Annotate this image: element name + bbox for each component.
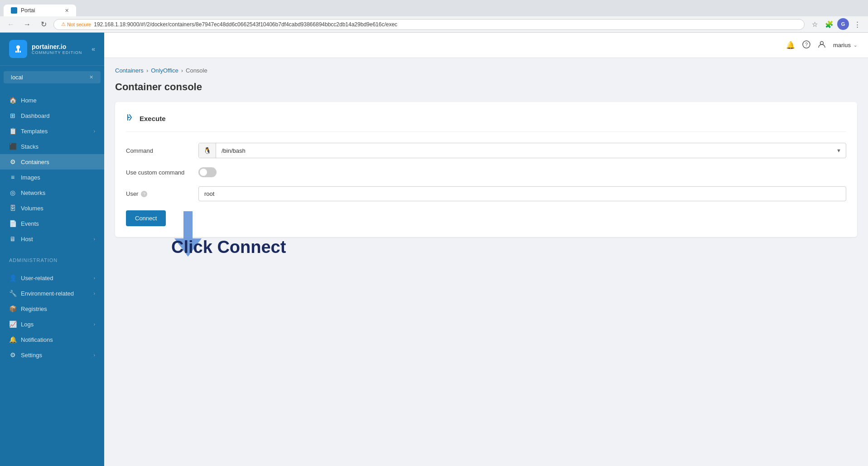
svg-rect-1 — [17, 49, 19, 53]
forward-btn[interactable]: → — [21, 18, 34, 31]
sidebar-item-stacks[interactable]: ⬛ Stacks — [0, 139, 104, 154]
execute-card: Execute Command 🐧 /bin/bash /bin/sh /bin… — [115, 102, 857, 237]
portainer-logo-icon — [9, 40, 27, 58]
sidebar-collapse-btn[interactable]: « — [92, 45, 95, 53]
sidebar-item-settings[interactable]: ⚙ Settings › — [0, 347, 104, 363]
sidebar-item-networks-label: Networks — [21, 189, 45, 196]
sidebar-item-templates-label: Templates — [21, 128, 48, 135]
settings-chevron: › — [94, 353, 95, 358]
sidebar-item-notifications-label: Notifications — [21, 336, 53, 343]
sidebar-item-user-related[interactable]: 👤 User-related › — [0, 270, 104, 286]
command-input-wrap: 🐧 /bin/bash /bin/sh /bin/ash ▼ — [198, 143, 846, 158]
browser-tab[interactable]: Portai ✕ — [4, 5, 76, 16]
click-connect-text: Click Connect — [171, 238, 286, 257]
sidebar-item-logs[interactable]: 📈 Logs › — [0, 316, 104, 332]
sidebar-item-networks[interactable]: ◎ Networks — [0, 185, 104, 200]
notifications-btn[interactable]: 🔔 — [786, 41, 795, 49]
sidebar-env-close[interactable]: ✕ — [89, 74, 93, 80]
sidebar-item-containers-label: Containers — [21, 159, 49, 165]
sidebar-env-section: local ✕ — [0, 66, 104, 89]
tab-close-btn[interactable]: ✕ — [65, 8, 69, 14]
sidebar-item-host[interactable]: 🖥 Host › — [0, 231, 104, 247]
logs-chevron: › — [94, 322, 95, 327]
sidebar-item-logs-label: Logs — [21, 321, 34, 328]
sidebar-item-registries-label: Registries — [21, 306, 47, 312]
volumes-icon: 🗄 — [9, 204, 16, 212]
back-btn[interactable]: ← — [5, 18, 17, 31]
sidebar-logo-title: portainer.io — [32, 43, 82, 50]
sidebar-item-environment-related[interactable]: 🔧 Environment-related › — [0, 286, 104, 301]
bookmark-btn[interactable]: ☆ — [808, 18, 821, 31]
sidebar-env[interactable]: local ✕ — [4, 71, 101, 83]
events-icon: 📄 — [9, 220, 16, 227]
custom-command-row: Use custom command — [126, 167, 846, 177]
sidebar-item-registries[interactable]: 📦 Registries — [0, 301, 104, 316]
registries-icon: 📦 — [9, 305, 16, 312]
sidebar-admin-nav: 👤 User-related › 🔧 Environment-related ›… — [0, 267, 104, 366]
tab-title: Portai — [21, 7, 35, 14]
breadcrumb-sep-1: › — [146, 67, 148, 74]
templates-icon: 📋 — [9, 127, 16, 135]
sidebar-item-user-related-label: User-related — [21, 275, 53, 282]
svg-point-0 — [16, 45, 20, 49]
settings-icon: ⚙ — [9, 351, 16, 359]
svg-text:?: ? — [805, 42, 808, 47]
custom-command-label: Use custom command — [126, 169, 198, 176]
sidebar-item-volumes[interactable]: 🗄 Volumes — [0, 200, 104, 216]
browser-actions: ☆ 🧩 G ⋮ — [808, 18, 863, 31]
images-icon: ≡ — [9, 174, 16, 181]
address-bar[interactable]: ⚠ Not secure 192.168.1.18:9000/#!/2/dock… — [53, 19, 805, 30]
breadcrumb-containers[interactable]: Containers — [115, 67, 144, 74]
command-row: Command 🐧 /bin/bash /bin/sh /bin/ash ▼ — [126, 143, 846, 158]
sidebar-logo-text: portainer.io Community Edition — [32, 43, 82, 55]
sidebar-item-templates[interactable]: 📋 Templates › — [0, 123, 104, 139]
command-select[interactable]: /bin/bash /bin/sh /bin/ash — [216, 144, 832, 158]
sidebar-logo: portainer.io Community Edition « — [0, 33, 104, 66]
card-header: Execute — [126, 113, 846, 132]
browser-profile[interactable]: G — [837, 18, 849, 30]
user-related-icon: 👤 — [9, 274, 16, 282]
sidebar-item-dashboard[interactable]: ⊞ Dashboard — [0, 108, 104, 123]
sidebar-item-notifications[interactable]: 🔔 Notifications — [0, 332, 104, 347]
sidebar-item-containers[interactable]: ⚙ Containers — [0, 154, 104, 170]
command-label: Command — [126, 147, 198, 154]
sidebar-item-events[interactable]: 📄 Events — [0, 216, 104, 231]
connect-button[interactable]: Connect — [126, 210, 166, 226]
breadcrumb-current: Console — [186, 67, 207, 74]
sidebar-item-host-label: Host — [21, 236, 33, 243]
user-input[interactable] — [198, 186, 846, 201]
sidebar: portainer.io Community Edition « local ✕… — [0, 33, 104, 466]
tab-favicon — [11, 7, 17, 14]
help-btn[interactable]: ? — [802, 40, 810, 50]
user-btn[interactable] — [818, 40, 826, 50]
menu-btn[interactable]: ⋮ — [851, 18, 863, 31]
custom-command-toggle[interactable] — [198, 167, 217, 177]
url-text: 192.168.1.18:9000/#!/2/docker/containers… — [94, 21, 397, 28]
breadcrumb-onlyoffice[interactable]: OnlyOffice — [151, 67, 178, 74]
sidebar-item-images[interactable]: ≡ Images — [0, 170, 104, 185]
command-dropdown-arrow: ▼ — [832, 144, 846, 157]
breadcrumb: Containers › OnlyOffice › Console — [115, 67, 857, 74]
networks-icon: ◎ — [9, 189, 16, 196]
sidebar-env-name: local — [11, 74, 23, 81]
top-header: 🔔 ? marius ⌄ — [104, 33, 868, 58]
header-user[interactable]: marius ⌄ — [833, 42, 857, 49]
notifications-icon: 🔔 — [9, 336, 16, 343]
user-info-icon: ? — [141, 191, 147, 197]
extensions-btn[interactable]: 🧩 — [823, 18, 835, 31]
sidebar-item-events-label: Events — [21, 220, 39, 227]
svg-rect-2 — [15, 51, 17, 53]
page-content: Containers › OnlyOffice › Console Contai… — [104, 58, 868, 466]
not-secure-indicator: ⚠ Not secure — [61, 21, 91, 27]
sidebar-logo-subtitle: Community Edition — [32, 50, 82, 55]
svg-rect-3 — [19, 51, 21, 53]
sidebar-item-images-label: Images — [21, 174, 40, 181]
lock-icon: ⚠ — [61, 21, 66, 27]
reload-btn[interactable]: ↻ — [37, 18, 50, 31]
sidebar-item-environment-related-label: Environment-related — [21, 290, 74, 297]
sidebar-item-volumes-label: Volumes — [21, 205, 43, 212]
home-icon: 🏠 — [9, 97, 16, 104]
card-title: Execute — [140, 115, 166, 122]
sidebar-item-home[interactable]: 🏠 Home — [0, 92, 104, 108]
user-related-chevron: › — [94, 276, 95, 281]
